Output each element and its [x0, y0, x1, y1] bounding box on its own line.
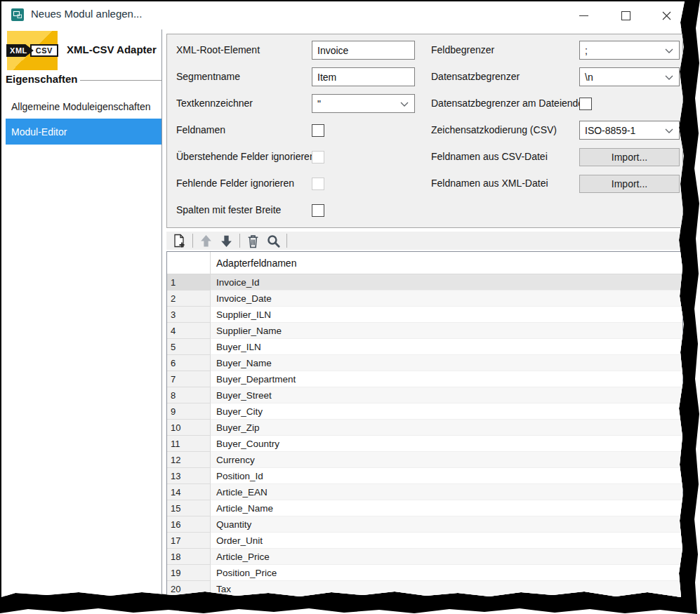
adapter-settings-groupbox: XML-Root-Element Invoice Feldbegrenzer ;… — [166, 34, 683, 228]
move-up-icon — [199, 234, 213, 248]
table-toolbar — [166, 232, 683, 250]
table-header: Adapterfeldnamen — [167, 252, 682, 274]
adapter-fields-table: Adapterfeldnamen 1Invoice_Id 2Invoice_Da… — [166, 251, 683, 597]
table-row[interactable]: 11Buyer_Country — [167, 436, 682, 452]
table-row[interactable]: 8Buyer_Street — [167, 387, 682, 403]
logo-badge: XML CSV — [6, 44, 58, 57]
table-row[interactable]: 13Position_Id — [167, 468, 682, 484]
feldnamen-label: Feldnamen — [176, 121, 225, 140]
table-row[interactable]: 5Buyer_ILN — [167, 339, 682, 355]
table-row[interactable]: 9Buyer_City — [167, 403, 682, 420]
fehlende-felder-label: Fehlende Felder ignorieren — [176, 174, 294, 193]
textkennzeichner-label: Textkennzeichner — [176, 94, 253, 113]
xml-csv-logo: XML CSV — [7, 31, 58, 70]
app-icon — [11, 8, 24, 21]
table-row[interactable]: 3Supplier_ILN — [167, 307, 682, 323]
chevron-down-icon — [400, 102, 409, 107]
adapter-title: XML-CSV Adapter — [67, 44, 157, 55]
table-row[interactable]: 17Order_Unit — [167, 533, 682, 549]
column-header-adapterfeldnamen[interactable]: Adapterfeldnamen — [211, 252, 682, 274]
sidebar-divider — [161, 29, 162, 597]
datensatzbegrenzer-select[interactable]: \n — [579, 67, 680, 86]
sidebar-item-modul-editor[interactable]: Modul-Editor — [6, 119, 161, 145]
xml-root-element-label: XML-Root-Element — [176, 41, 260, 60]
segmentname-label: Segmentname — [176, 67, 240, 86]
toolbar-separator — [192, 234, 193, 248]
torn-screenshot-frame: Neues Modul anlegen... XML CSV XML-CSV A… — [0, 0, 700, 614]
table-row[interactable]: 19Position_Price — [167, 565, 682, 581]
toolbar-separator — [286, 234, 287, 248]
chevron-down-icon — [665, 48, 673, 53]
search-icon[interactable] — [266, 234, 281, 248]
section-rule — [80, 80, 161, 81]
feldbegrenzer-select[interactable]: ; — [579, 41, 680, 60]
ueberstehende-felder-label: Überstehende Felder ignorieren — [176, 147, 315, 166]
close-button[interactable] — [654, 6, 678, 25]
spalten-feste-breite-label: Spalten mit fester Breite — [176, 201, 281, 220]
spalten-feste-breite-checkbox[interactable] — [312, 204, 324, 217]
zeichensatzkodierung-label: Zeichensatzkodierung (CSV) — [431, 121, 557, 140]
window-title: Neues Modul anlegen... — [31, 8, 142, 20]
textkennzeichner-select[interactable]: " — [312, 94, 415, 113]
move-down-icon[interactable] — [219, 234, 234, 248]
chevron-down-icon — [665, 128, 673, 133]
toolbar-separator — [239, 234, 240, 248]
table-row[interactable]: 16Quantity — [167, 516, 682, 533]
import-csv-button[interactable]: Import... — [579, 148, 680, 166]
section-title: Eigenschaften — [6, 73, 78, 85]
feldnamen-checkbox[interactable] — [312, 124, 324, 137]
segmentname-input[interactable]: Item — [312, 67, 415, 86]
titlebar: Neues Modul anlegen... — [1, 1, 685, 29]
table-row[interactable]: 10Buyer_Zip — [167, 420, 682, 436]
feldbegrenzer-label: Feldbegrenzer — [431, 41, 494, 60]
table-row[interactable]: 15Article_Name — [167, 500, 682, 516]
sidebar-item-label: Modul-Editor — [11, 126, 67, 138]
properties-section-header: Eigenschaften — [6, 73, 161, 85]
xml-root-element-input[interactable]: Invoice — [312, 41, 415, 60]
table-row[interactable]: 7Buyer_Department — [167, 371, 682, 387]
datensatzbegrenzer-dateiende-label: Datensatzbegrenzer am Dateiende — [431, 94, 583, 113]
maximize-icon — [621, 11, 630, 20]
chevron-down-icon — [665, 75, 673, 80]
logo-csv-label: CSV — [30, 44, 58, 57]
feldnamen-aus-csv-label: Feldnamen aus CSV-Datei — [431, 147, 548, 166]
table-row[interactable]: 6Buyer_Name — [167, 355, 682, 371]
table-row[interactable]: 18Article_Price — [167, 549, 682, 565]
add-row-icon[interactable] — [172, 234, 187, 248]
table-row[interactable]: 12Currency — [167, 452, 682, 468]
row-number-header — [167, 252, 211, 274]
maximize-button[interactable] — [614, 6, 638, 25]
close-icon — [662, 11, 671, 20]
minimize-icon — [579, 15, 588, 16]
table-row[interactable]: 14Article_EAN — [167, 484, 682, 500]
sidebar: XML CSV XML-CSV Adapter Eigenschaften Al… — [6, 29, 161, 597]
delete-icon[interactable] — [246, 234, 260, 248]
minimize-button[interactable] — [572, 6, 595, 25]
datensatzbegrenzer-dateiende-checkbox[interactable] — [579, 98, 592, 110]
feldnamen-aus-xml-label: Feldnamen aus XML-Datei — [431, 174, 548, 193]
sidebar-item-label: Allgemeine Moduleigenschaften — [11, 101, 150, 112]
dialog-window: Neues Modul anlegen... XML CSV XML-CSV A… — [1, 1, 685, 597]
import-xml-button[interactable]: Import... — [579, 175, 680, 193]
fehlende-felder-checkbox — [312, 178, 324, 190]
ueberstehende-felder-checkbox — [312, 151, 324, 163]
zeichensatzkodierung-select[interactable]: ISO-8859-1 — [579, 121, 680, 140]
sidebar-item-allgemeine-moduleigenschaften[interactable]: Allgemeine Moduleigenschaften — [6, 94, 161, 119]
datensatzbegrenzer-label: Datensatzbegrenzer — [431, 67, 520, 86]
table-row[interactable]: 4Supplier_Name — [167, 323, 682, 339]
table-row[interactable]: 20Tax — [167, 581, 682, 597]
table-row[interactable]: 2Invoice_Date — [167, 291, 682, 307]
table-row[interactable]: 1Invoice_Id — [167, 274, 682, 291]
